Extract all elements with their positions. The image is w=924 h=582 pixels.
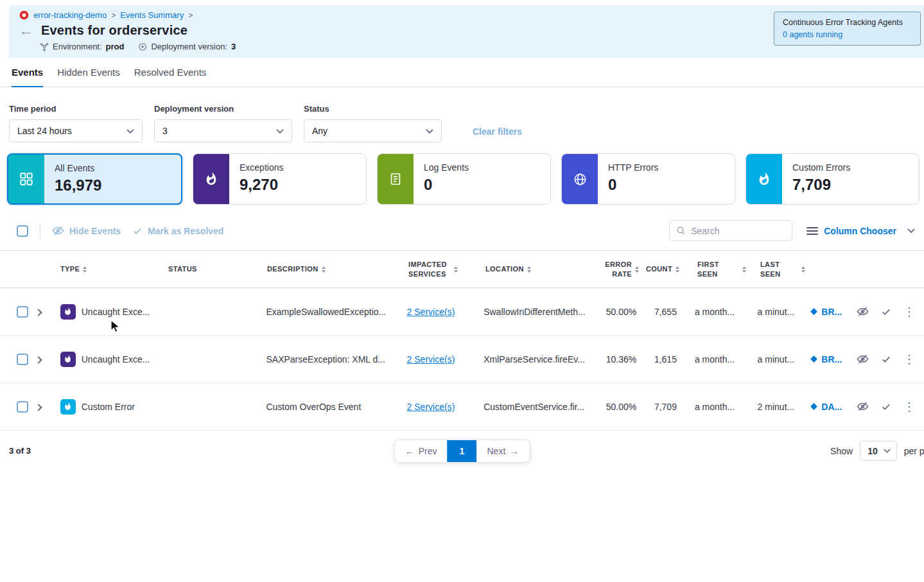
- event-description: SAXParseException: XML d...: [266, 354, 385, 364]
- time-period-value: Last 24 hours: [17, 126, 72, 136]
- deployment-meta: Deployment version: 3: [138, 42, 236, 51]
- page-summary: 3 of 3: [9, 446, 31, 456]
- status-select[interactable]: Any: [304, 119, 442, 142]
- card-value: 16,979: [55, 176, 101, 194]
- summary-cards: All Events 16,979 Exceptions 9,270 Log E…: [0, 142, 924, 205]
- per-page-label: per page: [904, 446, 924, 456]
- prev-page-button[interactable]: ← Prev: [395, 440, 448, 462]
- search-icon: [676, 226, 686, 235]
- breadcrumb-project[interactable]: error-tracking-demo: [33, 10, 107, 20]
- column-header-location: LOCATION: [485, 264, 524, 274]
- time-period-select[interactable]: Last 24 hours: [9, 119, 143, 142]
- breadcrumb-page[interactable]: Events Summary: [120, 10, 184, 20]
- sort-icon[interactable]: [322, 266, 326, 273]
- version-badge[interactable]: BR...: [810, 307, 857, 317]
- row-checkbox[interactable]: [17, 306, 28, 318]
- impacted-services-link[interactable]: 2 Service(s): [407, 402, 455, 412]
- expand-chevron-icon[interactable]: [35, 309, 42, 316]
- environment-icon: [40, 42, 49, 51]
- tab-events[interactable]: Events: [12, 58, 43, 87]
- card-label: HTTP Errors: [608, 162, 658, 173]
- sort-icon[interactable]: [676, 266, 679, 273]
- last-seen: a minut...: [758, 307, 795, 317]
- column-header-error-rate: ERROR RATE: [604, 260, 632, 279]
- sort-icon[interactable]: [801, 266, 805, 273]
- deployment-version-select[interactable]: 3: [154, 119, 292, 142]
- tab-hidden-events[interactable]: Hidden Events: [57, 58, 120, 87]
- hide-event-icon[interactable]: [857, 400, 869, 413]
- hide-events-button[interactable]: Hide Events: [52, 225, 121, 237]
- tab-resolved-events[interactable]: Resolved Events: [134, 58, 207, 87]
- deployment-version-filter: Deployment version 3: [154, 104, 292, 142]
- column-chooser-button[interactable]: Column Chooser: [806, 226, 915, 236]
- deployment-icon: [138, 42, 147, 51]
- version-badge[interactable]: DA...: [810, 402, 857, 412]
- event-description: Custom OverOps Event: [266, 402, 361, 412]
- expand-chevron-icon[interactable]: [35, 356, 42, 363]
- expand-chevron-icon[interactable]: [35, 404, 42, 411]
- deployment-value: 3: [231, 42, 236, 51]
- column-header-last-seen: LAST SEEN: [760, 260, 798, 279]
- page-size-control: Show 10 per page: [830, 441, 924, 461]
- clear-filters-button[interactable]: Clear filters: [473, 126, 522, 137]
- sort-icon[interactable]: [83, 266, 87, 273]
- column-header-description: DESCRIPTION: [267, 264, 318, 274]
- row-menu-icon[interactable]: ⋮: [903, 401, 915, 413]
- column-header-count: COUNT: [646, 264, 672, 274]
- exception-type-icon: [60, 352, 76, 367]
- impacted-services-link[interactable]: 2 Service(s): [407, 307, 455, 317]
- flame-icon: [746, 154, 782, 204]
- sort-icon[interactable]: [527, 266, 531, 273]
- card-http-errors[interactable]: HTTP Errors 0: [561, 153, 735, 205]
- card-all-events[interactable]: All Events 16,979: [7, 153, 182, 205]
- first-seen: a month...: [695, 354, 735, 364]
- event-description: ExampleSwallowedExceptio...: [266, 307, 386, 317]
- hide-event-icon[interactable]: [857, 353, 869, 365]
- column-header-status: STATUS: [168, 264, 197, 274]
- agents-status-link[interactable]: 0 agents running: [783, 30, 912, 39]
- resolve-event-icon[interactable]: [881, 307, 891, 317]
- back-arrow-icon[interactable]: ←: [19, 24, 33, 37]
- impacted-services-link[interactable]: 2 Service(s): [407, 354, 455, 364]
- resolve-event-icon[interactable]: [881, 402, 891, 412]
- row-menu-icon[interactable]: ⋮: [903, 354, 915, 365]
- card-value: 0: [424, 176, 469, 194]
- mark-resolved-button[interactable]: Mark as Resolved: [132, 226, 223, 236]
- event-count: 7,655: [654, 307, 677, 317]
- first-seen: a month...: [695, 402, 735, 412]
- chevron-down-icon: [907, 228, 915, 233]
- version-badge[interactable]: BR...: [810, 354, 857, 364]
- page-number-button[interactable]: 1: [448, 440, 477, 462]
- filters-bar: Time period Last 24 hours Deployment ver…: [0, 87, 924, 142]
- pagination-bar: 3 of 3 ← Prev 1 Next → Show 10 per page: [0, 431, 924, 461]
- next-page-button[interactable]: Next →: [477, 440, 530, 462]
- page-size-select[interactable]: 10: [860, 441, 897, 461]
- event-location: CustomEventService.fir...: [484, 402, 584, 412]
- select-all-checkbox[interactable]: [17, 225, 28, 237]
- column-chooser-label: Column Chooser: [824, 226, 896, 236]
- time-period-filter: Time period Last 24 hours: [9, 104, 143, 142]
- card-label: Log Events: [424, 162, 469, 173]
- error-rate: 50.00%: [606, 307, 636, 317]
- row-checkbox[interactable]: [17, 354, 28, 365]
- card-label: Exceptions: [240, 162, 283, 173]
- row-menu-icon[interactable]: ⋮: [903, 306, 915, 318]
- card-exceptions[interactable]: Exceptions 9,270: [193, 153, 367, 205]
- card-log-events[interactable]: Log Events 0: [377, 153, 551, 205]
- event-count: 1,615: [654, 354, 677, 364]
- search-input[interactable]: [691, 226, 785, 236]
- row-checkbox[interactable]: [17, 401, 28, 413]
- chevron-down-icon: [276, 129, 284, 133]
- resolve-event-icon[interactable]: [881, 354, 891, 364]
- event-location: XmlParseService.fireEv...: [484, 354, 585, 364]
- sort-icon[interactable]: [635, 266, 639, 273]
- sort-icon[interactable]: [454, 266, 458, 273]
- card-value: 7,709: [792, 176, 850, 194]
- hide-event-icon[interactable]: [857, 305, 869, 318]
- event-type: Uncaught Exce...: [82, 354, 150, 364]
- show-label: Show: [830, 446, 853, 456]
- chevron-down-icon: [884, 449, 891, 453]
- card-custom-errors[interactable]: Custom Errors 7,709: [745, 153, 920, 205]
- page-title: Events for orderservice: [41, 23, 187, 38]
- hamburger-icon: [806, 227, 818, 235]
